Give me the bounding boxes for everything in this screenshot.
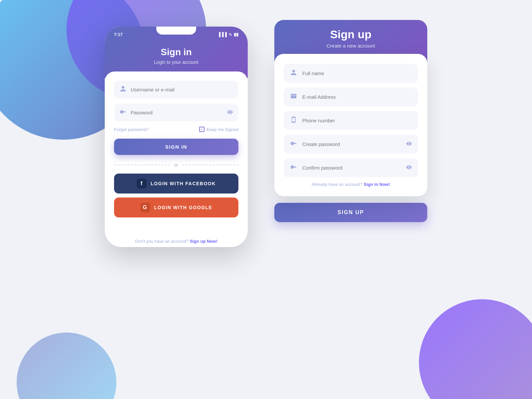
fullname-input-group	[284, 64, 418, 83]
forgot-row: Forgot password? ✓ Keep me Signed	[114, 127, 238, 132]
username-input-group	[114, 81, 238, 98]
already-account-text: Allready have an account?	[312, 182, 362, 187]
key-icon	[119, 108, 127, 117]
fullname-input[interactable]	[302, 70, 412, 76]
signup-subtitle: Create a new account	[284, 43, 418, 49]
signin-title: Sign in	[114, 47, 238, 58]
create-password-eye-icon[interactable]	[406, 141, 412, 148]
fullname-user-icon	[290, 69, 298, 77]
password-eye-icon[interactable]	[227, 109, 233, 116]
google-icon: G	[140, 202, 150, 212]
confirm-password-eye-icon[interactable]	[406, 164, 412, 172]
signal-icon: ▐▐▐	[217, 32, 227, 37]
facebook-button-label: LOGIN WITH FACEBOOK	[151, 181, 216, 186]
password-input[interactable]	[131, 110, 223, 115]
email-icon	[290, 93, 298, 101]
confirm-password-input[interactable]	[302, 165, 401, 171]
create-password-input-group	[284, 135, 418, 154]
confirm-password-input-group	[284, 158, 418, 177]
signup-body: Allready have an account? Sign in Now!	[274, 54, 427, 196]
signin-button[interactable]: SIGN IN	[114, 139, 238, 155]
confirm-password-key-icon	[290, 164, 298, 172]
facebook-login-button[interactable]: f LOGIN WITH FACEBOOK	[114, 174, 238, 194]
email-input[interactable]	[302, 94, 412, 100]
main-container: 7:17 ▐▐▐ ∿ ▮▮ Sign in Login to your acco…	[0, 0, 532, 399]
phone-notch	[156, 27, 196, 35]
signup-panel: Sign up Create a new account	[274, 20, 427, 222]
username-input[interactable]	[131, 87, 233, 92]
signup-title: Sign up	[284, 28, 418, 41]
or-divider: or	[114, 162, 238, 168]
facebook-icon: f	[137, 179, 147, 189]
email-input-group	[284, 87, 418, 106]
divider-line-right	[182, 165, 238, 165]
already-account-row: Allready have an account? Sign in Now!	[284, 182, 418, 187]
create-password-input[interactable]	[302, 141, 401, 147]
divider-line-left	[114, 165, 170, 165]
signin-phone-mockup: 7:17 ▐▐▐ ∿ ▮▮ Sign in Login to your acco…	[105, 27, 248, 247]
phone-body: Forgot password? ✓ Keep me Signed SIGN I…	[105, 71, 248, 233]
forgot-password-link[interactable]: Forgot password?	[114, 127, 149, 132]
phone-input-group	[284, 111, 418, 130]
phone-header: 7:17 ▐▐▐ ∿ ▮▮ Sign in Login to your acco…	[105, 27, 248, 78]
status-time: 7:17	[114, 32, 123, 37]
footer-text: Don't you have an account?	[135, 239, 189, 244]
user-icon	[119, 85, 127, 94]
google-login-button[interactable]: G LOGIN WITH GOOGLE	[114, 198, 238, 217]
password-input-group	[114, 104, 238, 121]
phone-icon	[290, 116, 298, 125]
wifi-icon: ∿	[228, 32, 232, 37]
signup-now-link[interactable]: Sign up Now!	[190, 239, 217, 244]
signup-button[interactable]: SIGN UP	[274, 203, 427, 222]
signin-subtitle: Login to your account	[114, 60, 238, 65]
create-password-key-icon	[290, 140, 298, 148]
keep-signed-row: ✓ Keep me Signed	[199, 127, 238, 132]
signin-now-link[interactable]: Sign in Now!	[364, 182, 390, 187]
phone-footer: Don't you have an account? Sign up Now!	[105, 233, 248, 247]
keep-signed-checkbox[interactable]: ✓	[199, 127, 204, 132]
status-icons: ▐▐▐ ∿ ▮▮	[217, 32, 238, 37]
keep-signed-label: Keep me Signed	[206, 127, 238, 132]
phone-input[interactable]	[302, 118, 412, 123]
google-button-label: LOGIN WITH GOOGLE	[154, 205, 212, 210]
battery-icon: ▮▮	[234, 32, 238, 37]
or-text: or	[174, 162, 178, 168]
